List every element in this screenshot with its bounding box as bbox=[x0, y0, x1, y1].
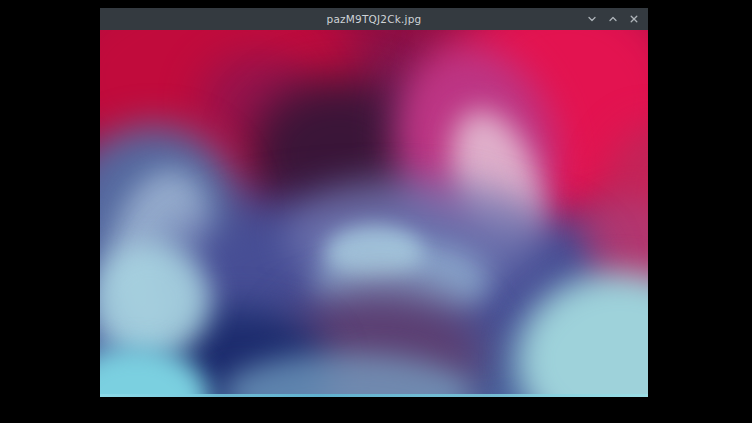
chevron-up-icon bbox=[608, 14, 618, 24]
minimize-button[interactable] bbox=[584, 11, 600, 27]
close-button[interactable] bbox=[626, 11, 642, 27]
maximize-button[interactable] bbox=[605, 11, 621, 27]
ink-blob-cyan-swirl-small bbox=[325, 225, 424, 280]
image-viewer-window: pazM9TQJ2Ck.jpg bbox=[100, 8, 648, 397]
desktop-background: pazM9TQJ2Ck.jpg bbox=[0, 0, 752, 423]
window-titlebar[interactable]: pazM9TQJ2Ck.jpg bbox=[100, 8, 648, 30]
image-viewport bbox=[100, 30, 648, 397]
close-icon bbox=[629, 14, 639, 24]
window-title: pazM9TQJ2Ck.jpg bbox=[100, 8, 648, 30]
window-controls bbox=[584, 8, 642, 30]
chevron-down-icon bbox=[587, 14, 597, 24]
